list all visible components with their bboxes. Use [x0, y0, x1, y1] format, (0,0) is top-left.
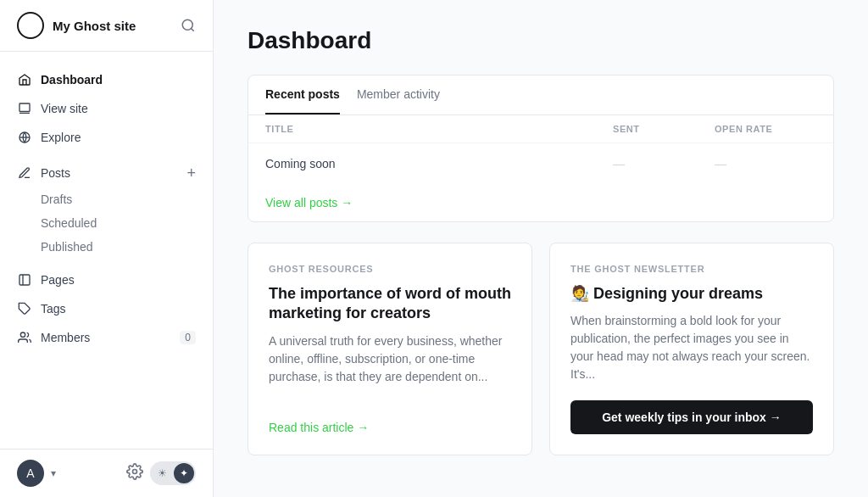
sidebar-item-view-site-label: View site: [41, 102, 88, 115]
table-row: Coming soon — —: [248, 143, 833, 184]
light-mode-icon[interactable]: ☀: [152, 463, 172, 483]
svg-point-9: [20, 332, 25, 337]
sidebar-item-members-label: Members: [41, 331, 90, 344]
sidebar-item-posts-label: Posts: [41, 166, 70, 180]
sidebar-item-posts[interactable]: Posts +: [0, 159, 213, 187]
sidebar-item-drafts[interactable]: Drafts: [0, 187, 213, 211]
sidebar-header: My Ghost site: [0, 0, 213, 52]
settings-button[interactable]: [126, 463, 143, 484]
col-title: TITLE: [265, 124, 613, 134]
members-count-badge: 0: [180, 331, 196, 344]
ghost-resources-card: GHOST RESOURCES The importance of word o…: [248, 243, 532, 455]
sidebar-item-members[interactable]: Members 0: [0, 323, 213, 352]
svg-rect-2: [19, 103, 30, 111]
pages-icon: [17, 272, 32, 288]
resource-card-link[interactable]: Read this article →: [269, 421, 511, 434]
resource-cards-row: GHOST RESOURCES The importance of word o…: [248, 243, 834, 455]
site-logo[interactable]: My Ghost site: [17, 12, 136, 39]
sidebar-item-pages[interactable]: Pages: [0, 265, 213, 294]
posts-icon: [17, 165, 32, 181]
sidebar-item-published-label: Published: [41, 240, 93, 254]
sidebar: My Ghost site Dashboard: [0, 0, 214, 497]
add-post-button[interactable]: +: [186, 165, 196, 181]
resource-card-excerpt: A universal truth for every business, wh…: [269, 332, 511, 405]
sidebar-footer: A ▾ ☀ ✦: [0, 449, 213, 497]
main-content: Dashboard Recent posts Member activity T…: [214, 0, 868, 497]
sidebar-item-dashboard[interactable]: Dashboard: [0, 65, 213, 94]
row-open-rate: —: [715, 157, 816, 170]
newsletter-cta-button[interactable]: Get weekly tips in your inbox →: [570, 400, 813, 434]
ghost-newsletter-card: THE GHOST NEWSLETTER 🧑‍🎨 Designing your …: [549, 243, 834, 455]
card-tabs: Recent posts Member activity: [248, 75, 833, 115]
search-icon: [181, 18, 196, 33]
resource-card-label: GHOST RESOURCES: [269, 264, 511, 274]
sidebar-item-tags[interactable]: Tags: [0, 294, 213, 323]
avatar-chevron-icon[interactable]: ▾: [51, 467, 56, 479]
avatar[interactable]: A: [17, 460, 44, 487]
theme-toggle[interactable]: ☀ ✦: [150, 461, 196, 485]
newsletter-card-title: 🧑‍🎨 Designing your dreams: [570, 284, 813, 304]
recent-posts-card: Recent posts Member activity TITLE SENT …: [248, 75, 834, 222]
sidebar-item-scheduled-label: Scheduled: [41, 216, 97, 230]
external-link-icon: [17, 101, 32, 116]
svg-point-10: [133, 469, 137, 473]
sidebar-item-tags-label: Tags: [41, 302, 66, 316]
tags-icon: [17, 301, 32, 316]
avatar-letter: A: [26, 466, 34, 480]
sidebar-item-drafts-label: Drafts: [41, 193, 72, 206]
sidebar-item-explore-label: Explore: [41, 131, 81, 144]
sidebar-nav: Dashboard View site Explore: [0, 52, 213, 449]
tab-member-activity[interactable]: Member activity: [357, 75, 440, 114]
sidebar-item-explore[interactable]: Explore: [0, 123, 213, 152]
sidebar-item-dashboard-label: Dashboard: [41, 73, 103, 87]
logo-circle-icon: [17, 12, 44, 39]
col-open-rate: OPEN RATE: [715, 124, 816, 134]
home-icon: [17, 72, 32, 87]
resource-card-title: The importance of word of mouth marketin…: [269, 284, 511, 324]
sidebar-item-view-site[interactable]: View site: [0, 94, 213, 123]
members-icon: [17, 330, 32, 345]
sidebar-item-pages-label: Pages: [41, 273, 75, 287]
page-title: Dashboard: [248, 27, 834, 54]
search-button[interactable]: [181, 18, 196, 33]
gear-icon: [126, 463, 143, 480]
tab-recent-posts[interactable]: Recent posts: [265, 75, 340, 114]
col-sent: SENT: [613, 124, 715, 134]
newsletter-card-label: THE GHOST NEWSLETTER: [570, 264, 813, 274]
svg-line-1: [191, 28, 193, 31]
table-header: TITLE SENT OPEN RATE: [248, 115, 833, 143]
row-title: Coming soon: [265, 157, 613, 170]
row-sent: —: [613, 157, 715, 170]
globe-icon: [17, 130, 32, 145]
site-name: My Ghost site: [53, 19, 136, 33]
newsletter-card-excerpt: When brainstorming a bold look for your …: [570, 312, 813, 383]
sidebar-item-scheduled[interactable]: Scheduled: [0, 211, 213, 235]
svg-rect-6: [19, 275, 30, 285]
dark-mode-icon[interactable]: ✦: [174, 463, 194, 483]
view-all-posts-link[interactable]: View all posts →: [248, 184, 370, 221]
svg-point-0: [182, 20, 192, 30]
newsletter-card-body: THE GHOST NEWSLETTER 🧑‍🎨 Designing your …: [570, 264, 813, 434]
sidebar-item-published[interactable]: Published: [0, 235, 213, 259]
